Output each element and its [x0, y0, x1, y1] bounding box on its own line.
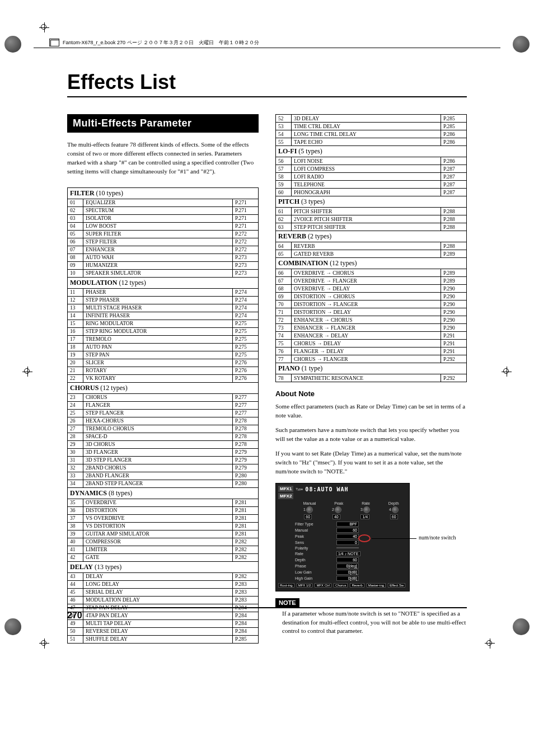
effect-page: P.286	[441, 157, 467, 165]
table-row: 65GATED REVERBP.289	[276, 250, 467, 258]
table-row: 53TIME CTRL DELAYP.285	[276, 123, 467, 130]
section-row: DYNAMICS (8 types)	[68, 487, 259, 499]
effect-number: 04	[68, 222, 83, 230]
effect-page: P.289	[441, 277, 467, 285]
effect-page: P.286	[441, 138, 467, 146]
table-row: 14INFINITE PHASERP.274	[68, 312, 259, 320]
table-row: 25STEP FLANGERP.277	[68, 409, 259, 417]
effect-number: 35	[68, 499, 83, 506]
effect-page: P.280	[233, 472, 259, 480]
effect-name: DISTORTION	[83, 506, 233, 514]
effect-page: P.291	[441, 348, 467, 355]
table-row: 46MODULATION DELAYP.283	[68, 596, 259, 604]
effect-page: P.288	[441, 242, 467, 250]
effect-page: P.275	[233, 327, 259, 335]
effect-name: TREMOLO	[83, 335, 233, 343]
table-row: 22VK ROTARYP.276	[68, 374, 259, 382]
effect-name: LOFI RADIO	[292, 173, 441, 181]
section-row: COMBINATION (12 types)	[276, 258, 467, 269]
effect-number: 58	[276, 173, 292, 181]
registration-mark	[485, 638, 495, 649]
effect-name: LIMITER	[83, 546, 233, 553]
effect-name: STEP PAN	[83, 351, 233, 359]
effect-name: RING MODULATOR	[83, 320, 233, 327]
effect-page: P.281	[233, 499, 259, 506]
effect-number: 77	[276, 355, 292, 363]
effect-number: 14	[68, 312, 83, 320]
effect-name: MODULATION DELAY	[83, 596, 233, 604]
effect-page: P.271	[233, 222, 259, 230]
table-row: 69DISTORTION → CHORUSP.290	[276, 293, 467, 300]
table-row: 27TREMOLO CHORUSP.278	[68, 425, 259, 433]
intro-paragraph: The multi-effects feature 78 different k…	[67, 140, 259, 176]
effect-number: 55	[276, 138, 292, 146]
effect-page: P.273	[233, 261, 259, 269]
right-column: 523D DELAYP.28553TIME CTRL DELAYP.28554L…	[275, 114, 467, 643]
effect-number: 26	[68, 417, 83, 425]
effect-name: STEP RING MODULATOR	[83, 327, 233, 335]
effect-page: P.284	[233, 619, 259, 627]
effect-number: 19	[68, 351, 83, 359]
section-row: FILTER (10 types)	[68, 187, 259, 199]
mfx-tab: MFX1	[278, 486, 293, 492]
table-row: 38VS DISTORTIONP.281	[68, 522, 259, 530]
effect-page: P.288	[441, 215, 467, 223]
document-header-stamp: Fantom-X678_r_e.book 270 ページ ２００７年３月２０日 …	[50, 39, 534, 46]
effect-name: 3D STEP FLANGER	[83, 456, 233, 464]
effect-page: P.274	[233, 288, 259, 296]
callout-label: num/note switch	[419, 534, 456, 541]
effect-page: P.282	[233, 572, 259, 580]
table-row: 75CHORUS → DELAYP.291	[276, 340, 467, 348]
effect-name: COMPRESSOR	[83, 538, 233, 546]
table-row: 67OVERDRIVE → FLANGERP.289	[276, 277, 467, 285]
knob-icon	[363, 506, 370, 513]
mfx-val: 40	[332, 514, 340, 519]
effect-name: GATE	[83, 553, 233, 561]
effect-number: 24	[68, 401, 83, 409]
mfx-num: 3	[360, 508, 363, 511]
effect-name: AUTO PAN	[83, 343, 233, 351]
table-row: 484TAP PAN DELAYP.284	[68, 612, 259, 619]
table-row: 04LOW BOOSTP.271	[68, 222, 259, 230]
mfx-val: 1/4	[360, 514, 369, 519]
about-paragraph: Such parameters have a num/note switch t…	[275, 426, 467, 444]
mfx-screenshot: MFX1 Type 08:AUTO WAH MFX2 Manual Peak R…	[275, 483, 467, 591]
effect-number: 33	[68, 472, 83, 480]
mfx-param-row: Sens0	[295, 540, 407, 545]
effect-number: 59	[276, 181, 292, 189]
effect-page: P.281	[233, 522, 259, 530]
section-heading: Multi-Effects Parameter	[67, 114, 259, 133]
mfx-footer-tab: MFX 1/2	[297, 583, 313, 588]
effect-name: ENHANCER → DELAY	[292, 332, 441, 340]
effect-page: P.283	[233, 596, 259, 604]
table-row: 51SHUFFLE DELAYP.285	[68, 635, 259, 643]
mfx-footer-tabs: Rout-ingMFX 1/2MFX CtrlChorusReverbMaste…	[278, 583, 407, 588]
callout-circle-icon	[358, 534, 371, 542]
effect-name: SHUFFLE DELAY	[83, 635, 233, 643]
header-stamp-text: Fantom-X678_r_e.book 270 ページ ２００７年３月２０日 …	[63, 39, 259, 46]
effect-number: 28	[68, 433, 83, 440]
effect-page: P.289	[441, 250, 467, 258]
table-row: 11PHASERP.274	[68, 288, 259, 296]
effect-name: OVERDRIVE	[83, 499, 233, 506]
page-footer-rule	[67, 607, 467, 608]
note-badge: NOTE	[275, 598, 299, 607]
mfx-param-row: High Gain0[dB]	[295, 576, 407, 581]
effect-page: P.272	[233, 246, 259, 253]
effect-page: P.275	[233, 320, 259, 327]
mfx-param-row: Manual60	[295, 528, 407, 533]
table-row: 09HUMANIZERP.273	[68, 261, 259, 269]
table-row: 342BAND STEP FLANGERP.280	[68, 480, 259, 487]
effect-number: 70	[276, 300, 292, 308]
effect-number: 20	[68, 359, 83, 367]
effect-number: 54	[276, 130, 292, 138]
table-row: 71DISTORTION → DELAYP.290	[276, 308, 467, 316]
effect-number: 27	[68, 425, 83, 433]
effect-page: P.291	[441, 332, 467, 340]
effect-number: 21	[68, 367, 83, 374]
effect-name: GUITAR AMP SIMULATOR	[83, 530, 233, 538]
effect-number: 10	[68, 269, 83, 277]
effect-number: 62	[276, 215, 292, 223]
table-row: 64REVERBP.288	[276, 242, 467, 250]
effect-name: FLANGER	[83, 401, 233, 409]
